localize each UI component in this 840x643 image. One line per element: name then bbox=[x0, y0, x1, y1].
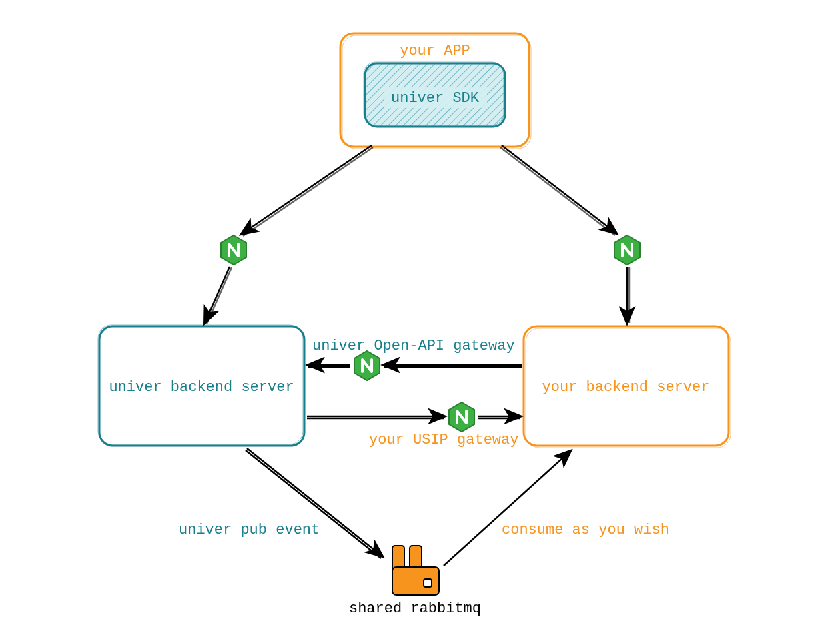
node-univer-backend: univer backend server bbox=[98, 325, 304, 446]
edge-app-to-univer-backend bbox=[205, 145, 373, 324]
rabbitmq-label: shared rabbitmq bbox=[349, 600, 481, 617]
node-univer-sdk: univer SDK bbox=[364, 62, 505, 127]
node-your-app: your APP univer SDK bbox=[340, 33, 531, 149]
edge-usip-gateway: your USIP gateway bbox=[307, 416, 520, 448]
svg-rect-18 bbox=[424, 579, 432, 587]
your-backend-label: your backend server bbox=[542, 379, 710, 396]
edge-pub-event: univer pub event bbox=[179, 448, 382, 558]
app-label: your APP bbox=[400, 43, 470, 59]
node-your-backend: your backend server bbox=[524, 326, 731, 448]
nginx-icon bbox=[354, 351, 380, 380]
univer-backend-label: univer backend server bbox=[109, 379, 294, 396]
edge-open-api-gateway: univer Open-API gateway bbox=[308, 338, 522, 367]
rabbitmq-icon bbox=[392, 546, 439, 595]
nginx-icon bbox=[221, 235, 246, 265]
pub-event-label: univer pub event bbox=[179, 522, 320, 538]
edge-app-to-your-backend bbox=[500, 145, 629, 323]
edge-consume: consume as you wish bbox=[444, 451, 669, 566]
open-api-label: univer Open-API gateway bbox=[312, 338, 515, 354]
usip-label: your USIP gateway bbox=[369, 432, 518, 448]
nginx-icon bbox=[449, 402, 474, 432]
consume-label: consume as you wish bbox=[502, 522, 669, 538]
sdk-label: univer SDK bbox=[391, 90, 480, 107]
nginx-icon bbox=[614, 235, 640, 265]
